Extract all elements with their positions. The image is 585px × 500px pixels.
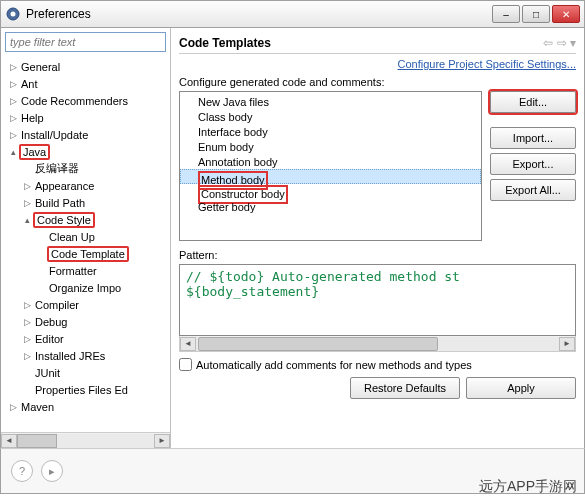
scroll-right-icon[interactable]: ► xyxy=(154,434,170,448)
tree-node[interactable]: ▷Build Path xyxy=(19,194,170,211)
forward-icon[interactable]: ⇨ ▾ xyxy=(557,36,576,50)
twisty-icon[interactable]: ▷ xyxy=(7,129,19,141)
list-item[interactable]: Class body xyxy=(180,109,481,124)
list-item[interactable]: Enum body xyxy=(180,139,481,154)
twisty-icon[interactable]: ▷ xyxy=(7,401,19,413)
tree-node[interactable]: ▷Install/Update xyxy=(5,126,170,143)
list-item[interactable]: Getter body xyxy=(180,199,481,214)
auto-comments-checkbox[interactable] xyxy=(179,358,192,371)
tree-node[interactable]: ▴Code Style xyxy=(19,211,170,228)
tree-node[interactable]: Clean Up xyxy=(33,228,170,245)
twisty-blank xyxy=(35,265,47,277)
twisty-icon[interactable]: ▴ xyxy=(7,146,19,158)
tree-node[interactable]: ▷General xyxy=(5,58,170,75)
tree-hscrollbar[interactable]: ◄ ► xyxy=(1,432,170,448)
edit-button[interactable]: Edit... xyxy=(490,91,576,113)
preferences-tree-panel: ▷General▷Ant▷Code Recommenders▷Help▷Inst… xyxy=(1,28,171,448)
scroll-right-icon[interactable]: ► xyxy=(559,337,575,351)
titlebar: Preferences – □ ✕ xyxy=(0,0,585,28)
nav-arrows: ⇦ ⇨ ▾ xyxy=(543,36,576,50)
export-all-button[interactable]: Export All... xyxy=(490,179,576,201)
twisty-icon[interactable]: ▷ xyxy=(7,112,19,124)
tree-node[interactable]: ▷Debug xyxy=(19,313,170,330)
tree-node[interactable]: Organize Impo xyxy=(33,279,170,296)
tree-scroll[interactable]: ▷General▷Ant▷Code Recommenders▷Help▷Inst… xyxy=(1,56,170,432)
templates-list[interactable]: New Java filesClass bodyInterface bodyEn… xyxy=(179,91,482,241)
tree-node-label: Compiler xyxy=(33,299,81,311)
list-item[interactable]: Method body xyxy=(180,169,481,184)
configure-project-link[interactable]: Configure Project Specific Settings... xyxy=(397,58,576,70)
tree-node-label: Ant xyxy=(19,78,40,90)
tree-node[interactable]: ▴Java xyxy=(5,143,170,160)
tree-node[interactable]: ▷Maven xyxy=(5,398,170,415)
tree-node[interactable]: ▷Appearance xyxy=(19,177,170,194)
scroll-track[interactable] xyxy=(17,434,154,448)
tree-node[interactable]: ▷Editor xyxy=(19,330,170,347)
tree-node-label: 反编译器 xyxy=(33,161,81,176)
pattern-textarea[interactable]: // ${todo} Auto-generated method st ${bo… xyxy=(179,264,576,336)
svg-point-1 xyxy=(11,12,16,17)
maximize-button[interactable]: □ xyxy=(522,5,550,23)
tree-node-label: Formatter xyxy=(47,265,99,277)
twisty-icon[interactable]: ▷ xyxy=(21,197,33,209)
tree-node-label: JUnit xyxy=(33,367,62,379)
tree-node[interactable]: ▷Installed JREs xyxy=(19,347,170,364)
pattern-hscrollbar[interactable]: ◄ ► xyxy=(179,336,576,352)
window-controls: – □ ✕ xyxy=(492,5,580,23)
twisty-blank xyxy=(35,248,47,260)
scroll-track[interactable] xyxy=(196,337,559,351)
close-button[interactable]: ✕ xyxy=(552,5,580,23)
auto-comments-row: Automatically add comments for new metho… xyxy=(179,358,576,371)
page-header: Code Templates ⇦ ⇨ ▾ xyxy=(179,32,576,54)
tree-node-label: Code Style xyxy=(33,212,95,228)
twisty-icon[interactable]: ▷ xyxy=(21,316,33,328)
scroll-left-icon[interactable]: ◄ xyxy=(180,337,196,351)
run-button[interactable]: ▸ xyxy=(41,460,63,482)
scroll-thumb[interactable] xyxy=(17,434,57,448)
project-settings-row: Configure Project Specific Settings... xyxy=(179,58,576,70)
tree-node[interactable]: ▷Code Recommenders xyxy=(5,92,170,109)
back-icon[interactable]: ⇦ xyxy=(543,36,553,50)
list-item[interactable]: Constructor body xyxy=(180,184,481,199)
list-item[interactable]: New Java files xyxy=(180,94,481,109)
auto-comments-label: Automatically add comments for new metho… xyxy=(196,359,472,371)
filter-input[interactable] xyxy=(5,32,166,52)
content-area: ▷General▷Ant▷Code Recommenders▷Help▷Inst… xyxy=(0,28,585,448)
scroll-left-icon[interactable]: ◄ xyxy=(1,434,17,448)
twisty-icon[interactable]: ▴ xyxy=(21,214,33,226)
twisty-icon[interactable]: ▷ xyxy=(21,180,33,192)
watermark: 远方APP手游网 xyxy=(479,478,577,496)
import-button[interactable]: Import... xyxy=(490,127,576,149)
twisty-icon[interactable]: ▷ xyxy=(7,95,19,107)
tree-node[interactable]: JUnit xyxy=(19,364,170,381)
twisty-blank xyxy=(35,231,47,243)
tree-node-label: General xyxy=(19,61,62,73)
twisty-icon[interactable]: ▷ xyxy=(7,61,19,73)
list-item[interactable]: Annotation body xyxy=(180,154,481,169)
tree-node[interactable]: Formatter xyxy=(33,262,170,279)
twisty-icon[interactable]: ▷ xyxy=(21,299,33,311)
tree-node[interactable]: ▷Compiler xyxy=(19,296,170,313)
minimize-button[interactable]: – xyxy=(492,5,520,23)
configure-label: Configure generated code and comments: xyxy=(179,76,576,88)
restore-defaults-button[interactable]: Restore Defaults xyxy=(350,377,460,399)
scroll-thumb[interactable] xyxy=(198,337,438,351)
page-buttons: Restore Defaults Apply xyxy=(179,377,576,399)
help-button[interactable]: ? xyxy=(11,460,33,482)
tree-node[interactable]: Code Template xyxy=(33,245,170,262)
apply-button[interactable]: Apply xyxy=(466,377,576,399)
twisty-icon[interactable]: ▷ xyxy=(7,78,19,90)
tree-node[interactable]: 反编译器 xyxy=(19,160,170,177)
twisty-icon[interactable]: ▷ xyxy=(21,333,33,345)
twisty-icon[interactable]: ▷ xyxy=(21,350,33,362)
export-button[interactable]: Export... xyxy=(490,153,576,175)
tree-node[interactable]: ▷Ant xyxy=(5,75,170,92)
button-column: Edit... Import... Export... Export All..… xyxy=(490,91,576,241)
list-item[interactable]: Interface body xyxy=(180,124,481,139)
tree-node-label: Maven xyxy=(19,401,56,413)
preferences-page: Code Templates ⇦ ⇨ ▾ Configure Project S… xyxy=(171,28,584,448)
tree-node[interactable]: ▷Help xyxy=(5,109,170,126)
twisty-blank xyxy=(21,163,33,175)
tree-node-label: Editor xyxy=(33,333,66,345)
tree-node[interactable]: Properties Files Ed xyxy=(19,381,170,398)
